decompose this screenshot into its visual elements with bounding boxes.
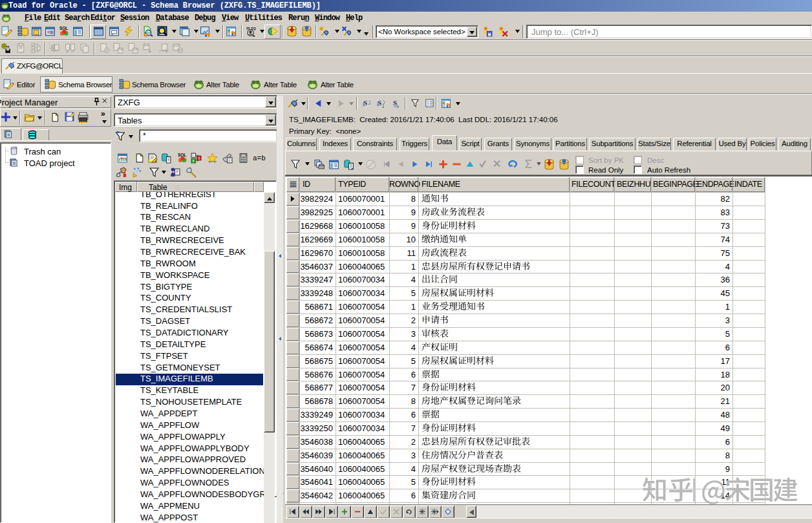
svg-text:1: 1 <box>192 153 194 157</box>
svg-text:S: S <box>393 99 397 107</box>
svg-text:3: 3 <box>192 159 194 163</box>
svg-text:1: 1 <box>382 105 385 109</box>
